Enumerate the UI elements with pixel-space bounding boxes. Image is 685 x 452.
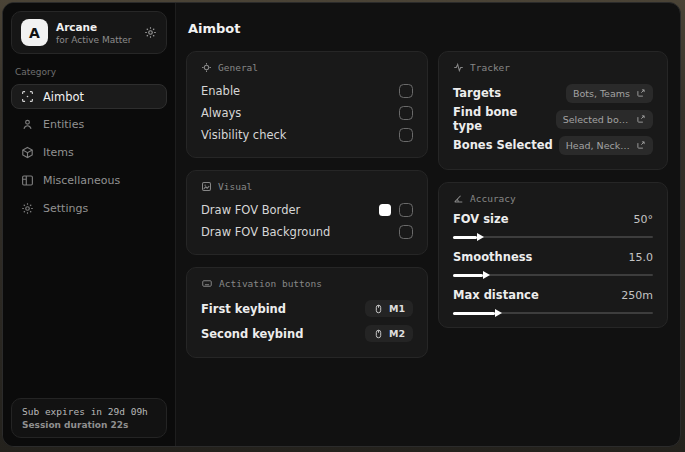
mouse-icon (373, 304, 384, 314)
setting-row-targets: Targets Bots, Teams (453, 80, 653, 106)
second-keybind-button[interactable]: M2 (365, 325, 413, 342)
category-label: Category (15, 67, 163, 77)
app-subtitle: for Active Matter (56, 35, 132, 45)
draw-fov-border-checkbox[interactable] (399, 203, 413, 217)
sidebar-item-label: Aimbot (43, 90, 84, 104)
slider-value: 50° (634, 213, 654, 226)
tracker-card: Tracker Targets Bots, Teams (438, 51, 668, 170)
setting-label: Find bone type (453, 105, 550, 133)
setting-row-smoothness: Smoothness 15.0 (453, 249, 653, 276)
visibility-check-checkbox[interactable] (399, 128, 413, 142)
slider-fill (453, 312, 495, 315)
bones-selected-dropdown[interactable]: Head, Neck, Body, Pe.. (559, 136, 653, 155)
sidebar-item-entities[interactable]: Entities (11, 112, 167, 137)
sidebar-item-label: Entities (43, 118, 84, 131)
activation-buttons-card: Activation buttons First keybind M1 (186, 267, 428, 358)
activity-icon (453, 62, 464, 73)
keyboard-icon (201, 278, 213, 289)
person-target-icon (21, 118, 34, 131)
setting-row-second-keybind: Second keybind M2 (201, 321, 413, 346)
app-window: A Arcane for Active Matter Category (2, 2, 681, 447)
gear-icon[interactable] (144, 26, 157, 39)
gear-icon (21, 202, 34, 215)
sidebar-item-label: Items (43, 146, 74, 159)
dropdown-value: Bots, Teams (573, 88, 630, 99)
app-header-card: A Arcane for Active Matter (11, 11, 167, 54)
main-content: Aimbot General Enable (176, 3, 680, 446)
sidebar-item-label: Settings (43, 202, 88, 215)
setting-row-bones-selected: Bones Selected Head, Neck, Body, Pe.. (453, 132, 653, 158)
first-keybind-button[interactable]: M1 (365, 300, 413, 317)
keybind-value: M2 (389, 328, 405, 339)
mouse-icon (373, 329, 384, 339)
angle-icon (453, 193, 464, 204)
setting-row-fov-size: FOV size 50° (453, 211, 653, 238)
setting-label: First keybind (201, 302, 286, 316)
sub-expiry-text: Sub expires in 29d 09h (22, 406, 156, 417)
slider-fill (453, 274, 483, 277)
cube-icon (21, 146, 34, 159)
layout-icon (21, 174, 34, 187)
slider-fill (453, 236, 477, 239)
setting-label: Draw FOV Border (201, 203, 300, 217)
visual-card: Visual Draw FOV Border Draw FOV Backgrou… (186, 170, 428, 255)
expand-icon (636, 114, 646, 124)
setting-label: Visibility check (201, 128, 287, 142)
section-header-label: Activation buttons (219, 278, 322, 289)
dropdown-value: Head, Neck, Body, Pe.. (566, 140, 630, 151)
setting-label: Max distance (453, 288, 539, 302)
sidebar-item-settings[interactable]: Settings (11, 196, 167, 221)
draw-fov-background-checkbox[interactable] (399, 225, 413, 239)
enable-checkbox[interactable] (399, 84, 413, 98)
session-duration-text: Session duration 22s (22, 420, 156, 430)
image-frame-icon (201, 181, 212, 192)
always-checkbox[interactable] (399, 106, 413, 120)
setting-row-always: Always (201, 102, 413, 124)
app-titles: Arcane for Active Matter (56, 21, 132, 45)
setting-label: FOV size (453, 212, 509, 226)
sidebar: A Arcane for Active Matter Category (3, 3, 176, 446)
app-title: Arcane (56, 21, 132, 33)
setting-label: Always (201, 106, 241, 120)
smoothness-slider[interactable] (453, 274, 653, 276)
setting-row-draw-fov-border: Draw FOV Border (201, 199, 413, 221)
max-distance-slider[interactable] (453, 312, 653, 314)
setting-row-first-keybind: First keybind M1 (201, 296, 413, 321)
section-header-label: Visual (218, 181, 252, 192)
sidebar-item-aimbot[interactable]: Aimbot (11, 84, 167, 109)
subscription-info-card: Sub expires in 29d 09h Session duration … (11, 398, 167, 438)
setting-label: Enable (201, 84, 240, 98)
general-card: General Enable Always Visibility check (186, 51, 428, 158)
setting-row-find-bone-type: Find bone type Selected bone (453, 106, 653, 132)
targets-dropdown[interactable]: Bots, Teams (566, 84, 653, 103)
sidebar-item-items[interactable]: Items (11, 140, 167, 165)
keybind-value: M1 (389, 303, 405, 314)
sidebar-nav: Aimbot Entities Items (11, 84, 167, 224)
slider-value: 250m (621, 289, 653, 302)
sidebar-item-miscellaneous[interactable]: Miscellaneous (11, 168, 167, 193)
setting-row-max-distance: Max distance 250m (453, 287, 653, 314)
dropdown-value: Selected bone (563, 114, 630, 125)
setting-label: Second keybind (201, 327, 303, 341)
setting-label: Bones Selected (453, 138, 553, 152)
slider-value: 15.0 (629, 251, 654, 264)
expand-icon (636, 88, 646, 98)
setting-label: Draw FOV Background (201, 225, 330, 239)
fov-border-color-swatch[interactable] (379, 204, 391, 216)
page-title: Aimbot (188, 21, 668, 36)
setting-row-enable: Enable (201, 80, 413, 102)
sidebar-item-label: Miscellaneous (43, 174, 120, 187)
setting-row-draw-fov-background: Draw FOV Background (201, 221, 413, 243)
crosshair-icon (201, 62, 212, 73)
setting-label: Smoothness (453, 250, 532, 264)
app-logo: A (21, 19, 48, 46)
fov-size-slider[interactable] (453, 236, 653, 238)
setting-row-visibility-check: Visibility check (201, 124, 413, 146)
section-header-label: Tracker (470, 62, 510, 73)
setting-label: Targets (453, 86, 501, 100)
find-bone-type-dropdown[interactable]: Selected bone (556, 110, 653, 129)
expand-icon (636, 140, 646, 150)
accuracy-card: Accuracy FOV size 50° Smoothness (438, 182, 668, 328)
section-header-label: General (218, 62, 258, 73)
crosshair-scan-icon (21, 90, 34, 103)
